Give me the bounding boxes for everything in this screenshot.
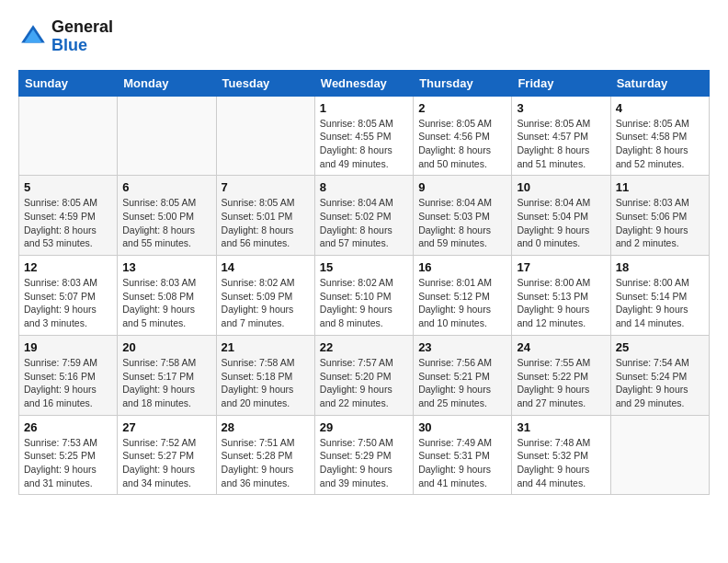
day-info: Sunrise: 7:57 AM Sunset: 5:20 PM Dayligh…	[320, 356, 408, 410]
day-cell: 16Sunrise: 8:01 AM Sunset: 5:12 PM Dayli…	[414, 256, 512, 336]
day-info: Sunrise: 7:58 AM Sunset: 5:17 PM Dayligh…	[122, 356, 210, 410]
day-info: Sunrise: 7:55 AM Sunset: 5:22 PM Dayligh…	[517, 356, 605, 410]
day-info: Sunrise: 7:49 AM Sunset: 5:31 PM Dayligh…	[418, 436, 506, 490]
day-info: Sunrise: 7:58 AM Sunset: 5:18 PM Dayligh…	[222, 356, 310, 410]
day-cell: 31Sunrise: 7:48 AM Sunset: 5:32 PM Dayli…	[512, 415, 610, 495]
header-cell-wednesday: Wednesday	[314, 70, 413, 96]
day-number: 14	[222, 260, 310, 274]
day-cell: 29Sunrise: 7:50 AM Sunset: 5:29 PM Dayli…	[314, 415, 413, 495]
day-cell: 23Sunrise: 7:56 AM Sunset: 5:21 PM Dayli…	[414, 335, 512, 415]
day-info: Sunrise: 7:52 AM Sunset: 5:27 PM Dayligh…	[122, 436, 210, 490]
day-number: 22	[320, 340, 408, 354]
logo-icon	[18, 22, 48, 52]
week-row-3: 19Sunrise: 7:59 AM Sunset: 5:16 PM Dayli…	[19, 335, 710, 415]
day-number: 6	[122, 180, 210, 194]
day-cell: 10Sunrise: 8:04 AM Sunset: 5:04 PM Dayli…	[512, 176, 610, 256]
day-info: Sunrise: 8:03 AM Sunset: 5:07 PM Dayligh…	[24, 276, 112, 330]
day-number: 29	[320, 420, 408, 434]
day-cell: 28Sunrise: 7:51 AM Sunset: 5:28 PM Dayli…	[216, 415, 314, 495]
day-cell: 15Sunrise: 8:02 AM Sunset: 5:10 PM Dayli…	[314, 256, 413, 336]
day-info: Sunrise: 7:56 AM Sunset: 5:21 PM Dayligh…	[418, 356, 506, 410]
header-cell-saturday: Saturday	[610, 70, 709, 96]
day-info: Sunrise: 8:05 AM Sunset: 4:58 PM Dayligh…	[616, 117, 704, 171]
day-number: 31	[517, 420, 605, 434]
day-number: 20	[122, 340, 210, 354]
week-row-2: 12Sunrise: 8:03 AM Sunset: 5:07 PM Dayli…	[19, 256, 710, 336]
day-number: 5	[24, 180, 112, 194]
day-info: Sunrise: 8:04 AM Sunset: 5:04 PM Dayligh…	[517, 196, 605, 250]
header-cell-friday: Friday	[512, 70, 610, 96]
day-cell: 27Sunrise: 7:52 AM Sunset: 5:27 PM Dayli…	[118, 415, 216, 495]
week-row-4: 26Sunrise: 7:53 AM Sunset: 5:25 PM Dayli…	[19, 415, 710, 495]
day-cell	[118, 96, 216, 176]
day-cell: 9Sunrise: 8:04 AM Sunset: 5:03 PM Daylig…	[414, 176, 512, 256]
day-cell: 6Sunrise: 8:05 AM Sunset: 5:00 PM Daylig…	[118, 176, 216, 256]
day-number: 23	[418, 340, 506, 354]
day-info: Sunrise: 7:53 AM Sunset: 5:25 PM Dayligh…	[24, 436, 112, 490]
day-cell: 12Sunrise: 8:03 AM Sunset: 5:07 PM Dayli…	[19, 256, 118, 336]
day-cell: 14Sunrise: 8:02 AM Sunset: 5:09 PM Dayli…	[216, 256, 314, 336]
day-number: 27	[122, 420, 210, 434]
day-info: Sunrise: 7:48 AM Sunset: 5:32 PM Dayligh…	[517, 436, 605, 490]
calendar: SundayMondayTuesdayWednesdayThursdayFrid…	[18, 70, 710, 496]
day-info: Sunrise: 8:05 AM Sunset: 5:00 PM Dayligh…	[122, 196, 210, 250]
day-cell: 20Sunrise: 7:58 AM Sunset: 5:17 PM Dayli…	[118, 335, 216, 415]
day-cell: 7Sunrise: 8:05 AM Sunset: 5:01 PM Daylig…	[216, 176, 314, 256]
day-cell: 2Sunrise: 8:05 AM Sunset: 4:56 PM Daylig…	[414, 96, 512, 176]
day-number: 24	[517, 340, 605, 354]
day-number: 9	[418, 180, 506, 194]
day-info: Sunrise: 7:59 AM Sunset: 5:16 PM Dayligh…	[24, 356, 112, 410]
day-number: 25	[616, 340, 704, 354]
day-cell: 11Sunrise: 8:03 AM Sunset: 5:06 PM Dayli…	[610, 176, 709, 256]
day-cell: 22Sunrise: 7:57 AM Sunset: 5:20 PM Dayli…	[314, 335, 413, 415]
logo: General Blue	[18, 18, 113, 55]
day-number: 4	[616, 101, 704, 115]
day-number: 28	[222, 420, 310, 434]
day-number: 12	[24, 260, 112, 274]
day-cell: 1Sunrise: 8:05 AM Sunset: 4:55 PM Daylig…	[314, 96, 413, 176]
day-number: 21	[222, 340, 310, 354]
day-number: 16	[418, 260, 506, 274]
day-number: 11	[616, 180, 704, 194]
day-cell: 26Sunrise: 7:53 AM Sunset: 5:25 PM Dayli…	[19, 415, 118, 495]
header-cell-sunday: Sunday	[19, 70, 118, 96]
day-cell: 30Sunrise: 7:49 AM Sunset: 5:31 PM Dayli…	[414, 415, 512, 495]
day-number: 30	[418, 420, 506, 434]
day-info: Sunrise: 8:04 AM Sunset: 5:02 PM Dayligh…	[320, 196, 408, 250]
day-info: Sunrise: 8:05 AM Sunset: 4:57 PM Dayligh…	[517, 117, 605, 171]
day-info: Sunrise: 7:51 AM Sunset: 5:28 PM Dayligh…	[222, 436, 310, 490]
day-number: 15	[320, 260, 408, 274]
day-cell	[216, 96, 314, 176]
day-cell: 24Sunrise: 7:55 AM Sunset: 5:22 PM Dayli…	[512, 335, 610, 415]
day-cell	[610, 415, 709, 495]
day-info: Sunrise: 8:04 AM Sunset: 5:03 PM Dayligh…	[418, 196, 506, 250]
day-number: 1	[320, 101, 408, 115]
day-number: 8	[320, 180, 408, 194]
day-number: 26	[24, 420, 112, 434]
header-cell-thursday: Thursday	[414, 70, 512, 96]
day-cell: 25Sunrise: 7:54 AM Sunset: 5:24 PM Dayli…	[610, 335, 709, 415]
day-info: Sunrise: 8:05 AM Sunset: 4:59 PM Dayligh…	[24, 196, 112, 250]
week-row-1: 5Sunrise: 8:05 AM Sunset: 4:59 PM Daylig…	[19, 176, 710, 256]
day-info: Sunrise: 8:00 AM Sunset: 5:14 PM Dayligh…	[616, 276, 704, 330]
day-cell: 19Sunrise: 7:59 AM Sunset: 5:16 PM Dayli…	[19, 335, 118, 415]
day-number: 18	[616, 260, 704, 274]
day-cell	[19, 96, 118, 176]
day-info: Sunrise: 8:00 AM Sunset: 5:13 PM Dayligh…	[517, 276, 605, 330]
day-number: 3	[517, 101, 605, 115]
day-number: 17	[517, 260, 605, 274]
day-number: 2	[418, 101, 506, 115]
day-info: Sunrise: 7:50 AM Sunset: 5:29 PM Dayligh…	[320, 436, 408, 490]
day-cell: 17Sunrise: 8:00 AM Sunset: 5:13 PM Dayli…	[512, 256, 610, 336]
day-number: 19	[24, 340, 112, 354]
header-cell-tuesday: Tuesday	[216, 70, 314, 96]
day-info: Sunrise: 8:05 AM Sunset: 4:56 PM Dayligh…	[418, 117, 506, 171]
week-row-0: 1Sunrise: 8:05 AM Sunset: 4:55 PM Daylig…	[19, 96, 710, 176]
header-cell-monday: Monday	[118, 70, 216, 96]
day-cell: 21Sunrise: 7:58 AM Sunset: 5:18 PM Dayli…	[216, 335, 314, 415]
day-info: Sunrise: 8:05 AM Sunset: 4:55 PM Dayligh…	[320, 117, 408, 171]
day-number: 13	[122, 260, 210, 274]
day-cell: 13Sunrise: 8:03 AM Sunset: 5:08 PM Dayli…	[118, 256, 216, 336]
day-info: Sunrise: 8:03 AM Sunset: 5:08 PM Dayligh…	[122, 276, 210, 330]
calendar-header: SundayMondayTuesdayWednesdayThursdayFrid…	[19, 70, 710, 96]
